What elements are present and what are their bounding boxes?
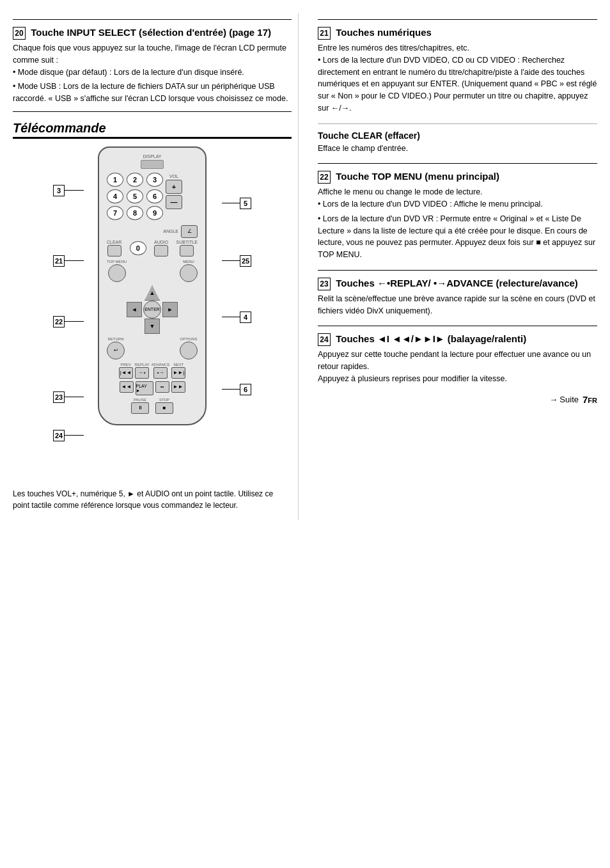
section-21-number: 21 xyxy=(318,27,331,40)
menu-group: MENU xyxy=(180,260,198,282)
section-20: 20 Touche INPUT SELECT (sélection d'entr… xyxy=(13,19,292,112)
ff-btn[interactable]: •• xyxy=(155,381,169,393)
transport-row: PREV |◄◄ REPLAY ←• ADVANCE •→ xyxy=(107,363,198,379)
advance-btn[interactable]: •→ xyxy=(153,367,168,379)
section-21-list: Lors de la lecture d'un DVD VIDEO, CD ou… xyxy=(318,54,597,114)
clear-btn[interactable] xyxy=(107,245,121,256)
clear-body: Efface le champ d'entrée. xyxy=(318,143,597,155)
top-menu-row: TOP MENU MENU xyxy=(107,260,198,282)
next-label: NEXT xyxy=(173,363,184,367)
replay-btn[interactable]: ←• xyxy=(135,367,149,379)
section-22-title: 22 Touche TOP MENU (menu principal) xyxy=(318,170,597,184)
ff2-btn[interactable]: ►► xyxy=(171,381,185,393)
top-menu-group: TOP MENU xyxy=(107,260,127,282)
return-btn[interactable]: ↩ xyxy=(107,342,125,359)
btn-6[interactable]: 6 xyxy=(146,189,163,203)
vol-btns: VOL + — xyxy=(166,174,182,209)
btn-5[interactable]: 5 xyxy=(127,189,143,203)
section-24: 24 Touches ◄I ◄◄/►►I► (balayage/ralenti)… xyxy=(318,326,597,384)
section-21-body: Entre les numéros des titres/chapitres, … xyxy=(318,42,597,114)
pause-btn[interactable]: ⏸ xyxy=(131,402,149,414)
right-column: 21 Touches numériques Entre les numéros … xyxy=(311,13,597,520)
menu-btn[interactable] xyxy=(180,264,198,282)
dpad-up[interactable]: ▲ xyxy=(145,285,160,301)
prev-group: PREV |◄◄ xyxy=(119,363,133,379)
stop-btn[interactable]: ■ xyxy=(155,402,173,414)
display-btn[interactable] xyxy=(141,160,164,169)
remote-footnote: Les touches VOL+, numérique 5, ► et AUDI… xyxy=(13,488,292,511)
replay-group: REPLAY ←• xyxy=(135,363,150,379)
remote-body: DISPLAY 1 2 3 xyxy=(98,146,207,425)
next-btn[interactable]: ►►| xyxy=(171,367,185,379)
top-menu-label: TOP MENU xyxy=(107,260,127,264)
numpad-vol-area: 1 2 3 4 5 6 7 xyxy=(107,173,198,223)
dpad: ▲ ◄ ENTER ► ▼ xyxy=(107,285,198,334)
prev-btn[interactable]: |◄◄ xyxy=(119,367,133,379)
return-group: RETURN ↩ xyxy=(107,337,125,359)
angle-btn[interactable]: ∠ xyxy=(181,225,198,238)
options-btn[interactable] xyxy=(180,342,198,359)
ref-4-marker: 4 xyxy=(222,312,251,323)
btn-8[interactable]: 8 xyxy=(127,206,143,220)
display-area: DISPLAY xyxy=(107,154,198,169)
refs-right: 5 25 4 6 xyxy=(222,198,251,395)
telecommande-section: Télécommande 3 21 xyxy=(13,121,292,511)
list-item: Lors de la lecture d'un DVD VIDEO : Affi… xyxy=(318,198,597,210)
vol-label: VOL xyxy=(166,174,182,178)
pause-label: PAUSE xyxy=(134,398,146,402)
replay-label: REPLAY xyxy=(135,363,150,367)
section-22: 22 Touche TOP MENU (menu principal) Affi… xyxy=(318,163,597,261)
subtitle-btn[interactable] xyxy=(180,245,194,256)
footer: → Suite 7FR xyxy=(318,394,597,405)
audio-btn[interactable] xyxy=(154,245,168,256)
left-column: 20 Touche INPUT SELECT (sélection d'entr… xyxy=(13,13,299,520)
telecommande-title: Télécommande xyxy=(13,121,292,139)
btn-4[interactable]: 4 xyxy=(107,189,123,203)
section-20-title: 20 Touche INPUT SELECT (sélection d'entr… xyxy=(13,26,292,40)
ref-23-marker: 23 xyxy=(53,391,84,403)
rew-btn[interactable]: ◄◄ xyxy=(120,381,134,393)
list-item: Lors de la lecture d'un DVD VR : Permute… xyxy=(318,213,597,261)
ref-21-marker: 21 xyxy=(53,255,84,267)
section-24-body: Appuyez sur cette touche pendant la lect… xyxy=(318,349,597,384)
play-row: ◄◄ PLAY ► •• ►► xyxy=(107,381,198,395)
section-23: 23 Touches ←•REPLAY/ •→ADVANCE (relectur… xyxy=(318,270,597,317)
dpad-down[interactable]: ▼ xyxy=(145,319,160,334)
vol-minus-btn[interactable]: — xyxy=(166,195,182,209)
section-24-number: 24 xyxy=(318,333,331,346)
audio-label: AUDIO xyxy=(154,240,168,244)
menu-label: MENU xyxy=(183,260,194,264)
dpad-right[interactable]: ► xyxy=(162,302,178,317)
section-20-body: Chaque fois que vous appuyez sur la touc… xyxy=(13,42,292,105)
btn-7[interactable]: 7 xyxy=(107,206,123,220)
dpad-left[interactable]: ◄ xyxy=(127,302,142,317)
section-22-body: Affiche le menu ou change le mode de lec… xyxy=(318,186,597,261)
options-label: OPTIONS xyxy=(180,337,197,341)
ref-24-marker: 24 xyxy=(53,430,84,441)
vol-plus-btn[interactable]: + xyxy=(166,180,182,194)
numpad: 1 2 3 4 5 6 7 xyxy=(107,173,163,223)
display-label: DISPLAY xyxy=(143,154,161,159)
footer-page: 7FR xyxy=(583,394,597,405)
list-item: Lors de la lecture d'un DVD VIDEO, CD ou… xyxy=(318,54,597,114)
refs-left: 3 21 22 23 xyxy=(53,185,84,441)
return-label: RETURN xyxy=(108,337,124,341)
list-item: Mode disque (par défaut) : Lors de la le… xyxy=(13,67,292,79)
remote-diagram: 3 21 22 23 xyxy=(13,146,292,479)
btn-9[interactable]: 9 xyxy=(146,206,163,220)
footer-suite: Suite xyxy=(559,395,579,404)
section-23-number: 23 xyxy=(318,278,331,290)
angle-row: ANGLE ∠ xyxy=(107,225,198,238)
btn-2[interactable]: 2 xyxy=(127,173,143,187)
btn-0[interactable]: 0 xyxy=(130,241,146,255)
footer-arrow: → xyxy=(549,395,558,404)
dpad-center[interactable]: ENTER xyxy=(143,301,161,319)
play-btn[interactable]: PLAY ► xyxy=(136,381,153,395)
ref-25-marker: 25 xyxy=(222,255,251,267)
options-group: OPTIONS xyxy=(180,337,198,359)
advance-group: ADVANCE •→ xyxy=(152,363,170,379)
btn-1[interactable]: 1 xyxy=(107,173,123,187)
subtitle-group: SUBTITLE xyxy=(176,240,198,256)
btn-3[interactable]: 3 xyxy=(146,173,163,187)
top-menu-btn[interactable] xyxy=(108,264,126,282)
